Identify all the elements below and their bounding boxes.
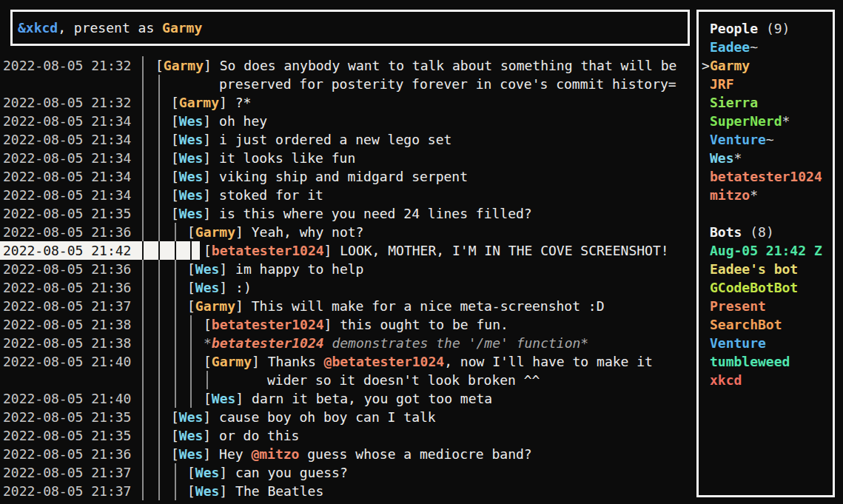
thread-guide — [142, 371, 144, 389]
text-segment: cause boy oh boy can I talk — [219, 409, 436, 425]
timestamp: 2022-08-05 21:37 — [3, 463, 131, 482]
header-separator-text: , present as — [58, 20, 162, 36]
text-segment: ] — [203, 187, 219, 203]
chat-row[interactable]: 2022-08-05 21:36[Wes] Hey @mitzo guess w… — [0, 445, 695, 463]
person-item[interactable]: mitzo* — [699, 186, 833, 204]
nick: Wes — [195, 280, 220, 295]
chat-row[interactable]: 2022-08-05 21:35[Wes] is this where you … — [0, 204, 695, 223]
chat-row[interactable]: 2022-08-05 21:40[Garmy] Thanks @betatest… — [0, 352, 695, 371]
text-segment: Hey — [219, 446, 251, 462]
channel-name: &xkcd — [18, 20, 58, 36]
nick: Wes — [179, 428, 204, 443]
chat-row[interactable]: 2022-08-05 21:38*betatester1024 demonstr… — [0, 334, 695, 352]
timestamp: 2022-08-05 21:42 — [3, 241, 131, 260]
chat-row[interactable]: 2022-08-05 21:32[Garmy] ?* — [0, 93, 695, 112]
timestamp: 2022-08-05 21:37 — [3, 482, 131, 500]
thread-guide — [142, 130, 144, 149]
timestamp: 2022-08-05 21:35 — [3, 426, 131, 445]
bot-item[interactable]: Present — [699, 297, 833, 315]
active-nick: Garmy — [162, 20, 202, 36]
text-segment: wider so it doesn't look broken ^^ — [267, 372, 540, 388]
bot-item[interactable]: tumbleweed — [699, 352, 833, 371]
bot-item[interactable]: GCodeBotBot — [699, 278, 833, 297]
chat-row[interactable]: 2022-08-05 21:34[Wes] viking ship and mi… — [0, 167, 695, 186]
thread-guide — [142, 463, 144, 482]
chat-row[interactable]: 2022-08-05 21:34[Wes] i just ordered a n… — [0, 130, 695, 149]
chat-row[interactable]: 2022-08-05 21:35[Wes] cause boy oh boy c… — [0, 408, 695, 426]
bot-item[interactable]: Eadee's bot — [699, 260, 833, 278]
text-segment: ?* — [235, 95, 252, 110]
member-name: Sierra — [710, 95, 758, 110]
text-segment: ] — [203, 113, 219, 129]
message-text: [Wes] viking ship and midgard serpent — [171, 167, 468, 186]
text-segment: can you guess? — [235, 465, 348, 480]
person-item[interactable]: JRF — [699, 75, 833, 93]
chat-row[interactable]: 2022-08-05 21:34[Wes] stoked for it — [0, 186, 695, 204]
text-segment: ] — [235, 391, 252, 406]
thread-guide — [158, 223, 160, 241]
person-item[interactable]: SuperNerd* — [699, 112, 833, 130]
thread-guide — [175, 482, 176, 500]
member-name: GCodeBotBot — [710, 280, 798, 295]
nick: betatester1024 — [212, 335, 324, 351]
message-text: [Wes] cause boy oh boy can I talk — [171, 408, 436, 426]
thread-guide — [158, 408, 160, 426]
chat-row[interactable]: 2022-08-05 21:32[Garmy] So does anybody … — [0, 56, 695, 75]
thread-guide — [190, 352, 192, 371]
chat-row[interactable]: 2022-08-05 21:38[betatester1024] this ou… — [0, 315, 695, 334]
person-item[interactable]: Wes* — [699, 149, 833, 167]
message-text: [Garmy] This will make for a nice meta-s… — [187, 297, 605, 315]
chat-row[interactable]: 2022-08-05 21:36[Garmy] Yeah, why not? — [0, 223, 695, 241]
timestamp: 2022-08-05 21:38 — [3, 315, 131, 334]
thread-guide — [158, 371, 160, 389]
message-text: [Wes] it looks like fun — [171, 149, 355, 167]
timestamp: 2022-08-05 21:38 — [3, 334, 131, 352]
chat-row[interactable]: 2022-08-05 21:37[Wes] can you guess? — [0, 463, 695, 482]
thread-guide — [158, 260, 160, 278]
thread-guide — [190, 389, 192, 408]
text-segment: [ — [171, 169, 179, 184]
thread-guide — [158, 75, 160, 93]
message-text: [Wes] im happy to help — [187, 260, 363, 278]
bot-item[interactable]: SearchBot — [699, 315, 833, 334]
member-status-suffix: ~ — [750, 39, 758, 55]
person-item[interactable]: Eadee~ — [699, 38, 833, 56]
thread-guide — [142, 167, 144, 186]
text-segment: [ — [187, 261, 195, 277]
thread-guide — [190, 371, 192, 389]
mention: @betatester1024 — [324, 354, 445, 369]
person-item[interactable]: Venture~ — [699, 130, 833, 149]
person-item[interactable]: >Garmy — [699, 56, 833, 75]
text-segment: [ — [171, 150, 179, 166]
text-segment: preserved for posterity forever in cove'… — [219, 76, 676, 92]
text-segment: ] — [204, 58, 220, 73]
thread-guide — [158, 112, 160, 130]
message-text: preserved for posterity forever in cove'… — [219, 75, 676, 93]
bot-item[interactable]: Aug-05 21:42 Z — [699, 241, 833, 260]
chat-row[interactable]: 2022-08-05 21:37[Wes] The Beatles — [0, 482, 695, 500]
timestamp: 2022-08-05 21:37 — [3, 297, 131, 315]
chat-row[interactable]: 2022-08-05 21:37[Garmy] This will make f… — [0, 297, 695, 315]
timestamp: 2022-08-05 21:40 — [3, 389, 131, 408]
member-name: xkcd — [710, 372, 742, 388]
text-segment: Thanks — [268, 354, 324, 369]
person-item[interactable]: Sierra — [699, 93, 833, 112]
chat-row[interactable]: 2022-08-05 21:36[Wes] :) — [0, 278, 695, 297]
chat-row[interactable]: 2022-08-05 21:34[Wes] oh hey — [0, 112, 695, 130]
text-segment: ] — [219, 465, 235, 480]
text-segment: ] — [203, 169, 219, 184]
chat-row[interactable]: 2022-08-05 21:34[Wes] it looks like fun — [0, 149, 695, 167]
bot-item[interactable]: Venture — [699, 334, 833, 352]
chat-row[interactable]: preserved for posterity forever in cove'… — [0, 75, 695, 93]
person-item[interactable]: betatester1024 — [699, 167, 833, 186]
chat-row[interactable]: 2022-08-05 21:36[Wes] im happy to help — [0, 260, 695, 278]
thread-guide — [142, 445, 144, 463]
member-name: Eadee — [710, 39, 750, 55]
chat-row[interactable]: wider so it doesn't look broken ^^ — [0, 371, 695, 389]
chat-row[interactable]: 2022-08-05 21:35[Wes] or do this — [0, 426, 695, 445]
chat-row-selected[interactable]: 2022-08-05 21:42[betatester1024] LOOK, M… — [0, 241, 695, 260]
bot-item[interactable]: xkcd — [699, 371, 833, 389]
chat-row[interactable]: 2022-08-05 21:40[Wes] darn it beta, you … — [0, 389, 695, 408]
member-status-suffix: * — [734, 150, 742, 166]
message-text: [Garmy] So does anybody want to talk abo… — [155, 56, 676, 75]
